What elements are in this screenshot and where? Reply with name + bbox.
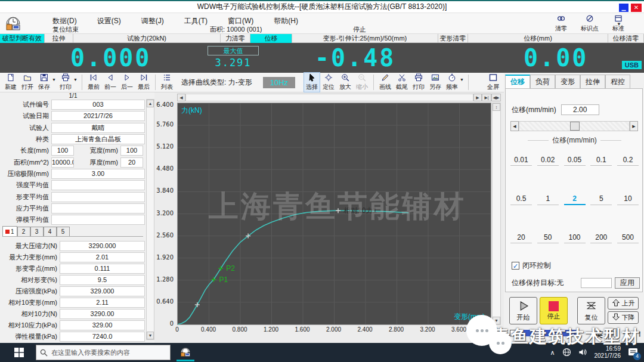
plot-area[interactable]: P1P2相对10力1 上海青鱼节能辅材 力(kN) 变形(mm) bbox=[177, 103, 491, 325]
speed-input[interactable]: 2.00 bbox=[561, 104, 599, 115]
标准-button[interactable]: 标准▼ bbox=[608, 14, 628, 33]
specimen-tab-5[interactable]: 5 bbox=[57, 227, 70, 236]
toolbar-截尾[interactable]: 截尾 bbox=[394, 73, 410, 92]
tab-变形[interactable]: 变形 bbox=[555, 75, 580, 88]
volume-icon[interactable] bbox=[578, 348, 587, 358]
toolbar-频率[interactable]: ▼频率 bbox=[444, 73, 460, 92]
toolbar-前一[interactable]: 前一 bbox=[102, 73, 119, 92]
tab-拉伸[interactable]: 拉伸 bbox=[580, 75, 605, 88]
speed-preset-button-200[interactable]: 200 bbox=[590, 233, 612, 243]
toolbar-最前[interactable]: 最前 bbox=[85, 73, 102, 92]
复位-button[interactable]: 复位 bbox=[577, 297, 605, 324]
action-center-icon[interactable]: 4 bbox=[628, 348, 638, 358]
speed-slider[interactable]: ◀ ▶ bbox=[510, 121, 638, 131]
field-value-input[interactable] bbox=[51, 192, 145, 202]
清零-button[interactable]: 清零 bbox=[551, 14, 571, 33]
停止-button[interactable]: 停止 bbox=[540, 297, 568, 324]
toolbar-保存[interactable]: ▼保存 bbox=[36, 73, 52, 92]
toolbar-另存[interactable]: 另存 bbox=[427, 73, 444, 92]
field-value-input[interactable]: 上海青鱼白晶板 bbox=[51, 134, 145, 144]
network-globe-icon[interactable] bbox=[562, 348, 571, 358]
toolbar-后一[interactable]: 后一 bbox=[119, 73, 135, 92]
menu-item-1[interactable]: 设置(S) bbox=[95, 15, 123, 27]
tab-负荷[interactable]: 负荷 bbox=[530, 75, 555, 88]
menu-item-2[interactable]: 调整(J) bbox=[139, 15, 166, 27]
toolbar-打印[interactable]: 打印 bbox=[410, 73, 427, 92]
chevron-down-icon[interactable]: ▼ bbox=[73, 78, 78, 82]
field-value-input[interactable]: 戴晴 bbox=[51, 123, 145, 133]
specimen-tab-1[interactable]: 1 bbox=[2, 226, 17, 236]
field-value-input[interactable]: 3.00 bbox=[51, 169, 145, 179]
tray-expand-icon[interactable]: ∧ bbox=[550, 349, 555, 357]
toolbar-最后[interactable]: 最后 bbox=[135, 73, 152, 92]
menu-item-5[interactable]: 帮助(H) bbox=[271, 15, 301, 27]
toolbar-打开[interactable]: 打开 bbox=[19, 73, 36, 92]
speed-preset-button-0.2[interactable]: 0.2 bbox=[617, 156, 639, 166]
上升-button[interactable]: 上升 bbox=[608, 297, 639, 310]
toolbar-定位[interactable]: 定位 bbox=[320, 73, 337, 92]
speed-preset-button-0.02[interactable]: 0.02 bbox=[537, 156, 559, 166]
field-value-input[interactable]: 20 bbox=[120, 157, 143, 168]
chevron-down-icon[interactable]: ▼ bbox=[460, 78, 464, 82]
下降-button[interactable]: 下降 bbox=[608, 311, 639, 324]
toolbar-缩小[interactable]: 缩小 bbox=[354, 73, 370, 92]
tab-位移[interactable]: 位移 bbox=[505, 75, 530, 88]
taskbar-search-input[interactable]: 在这里输入你要搜索的内容 bbox=[36, 345, 171, 360]
speed-preset-button-0.1[interactable]: 0.1 bbox=[590, 156, 612, 166]
field-value-input[interactable]: 100 bbox=[120, 146, 143, 156]
apply-button[interactable]: 应用 bbox=[615, 277, 640, 289]
taskbar-app-icon[interactable] bbox=[177, 344, 194, 361]
chart-hscrollbar[interactable]: ◀ ▶ ▶| ◀▶ bbox=[177, 94, 501, 101]
toolbar-放大[interactable]: 放大 bbox=[337, 73, 354, 92]
toolbar-选择[interactable]: 选择 bbox=[304, 72, 320, 92]
toolbar-全屏[interactable]: 全屏 bbox=[485, 73, 501, 92]
speed-preset-button-20[interactable]: 20 bbox=[510, 233, 532, 243]
field-value-input[interactable] bbox=[51, 215, 145, 225]
speed-preset-button-5[interactable]: 5 bbox=[590, 194, 612, 205]
menu-item-3[interactable]: 工具(T) bbox=[182, 15, 210, 27]
speed-preset-button-500[interactable]: 500 bbox=[617, 233, 639, 243]
标识点-button[interactable]: 标识点 bbox=[580, 14, 600, 33]
field-value-input[interactable] bbox=[51, 180, 145, 190]
chevron-down-icon[interactable]: ▼ bbox=[617, 21, 621, 27]
field-value-input[interactable]: 100 bbox=[51, 146, 74, 156]
scroll-left-icon[interactable]: ◀ bbox=[177, 94, 185, 101]
chevron-down-icon[interactable]: ▼ bbox=[52, 78, 56, 82]
speed-preset-button-100[interactable]: 100 bbox=[564, 233, 586, 243]
field-value-input[interactable]: 10000.00 bbox=[51, 157, 74, 168]
toolbar-打印[interactable]: ▼打印 bbox=[57, 73, 74, 92]
minimize-button[interactable]: ▁ bbox=[619, 4, 628, 12]
hscroll-track[interactable] bbox=[185, 94, 473, 101]
specimen-tab-2[interactable]: 2 bbox=[17, 227, 30, 236]
specimen-tab-4[interactable]: 4 bbox=[44, 227, 57, 236]
slider-track[interactable] bbox=[519, 121, 630, 131]
tab-程控[interactable]: 程控 bbox=[605, 75, 630, 88]
field-value-input[interactable]: 2021/7/26 bbox=[51, 111, 145, 121]
toolbar-新建[interactable]: 新建 bbox=[2, 73, 19, 92]
开始-button[interactable]: 开始 bbox=[509, 297, 537, 324]
slider-right-icon[interactable]: ▶ bbox=[630, 121, 638, 131]
chart-vscrollbar[interactable]: ↕ ▼ bbox=[492, 103, 501, 325]
speed-preset-button-0.05[interactable]: 0.05 bbox=[564, 156, 586, 166]
scroll-right-icon[interactable]: ▶ bbox=[473, 94, 482, 101]
hold-target-input[interactable] bbox=[581, 278, 612, 288]
speed-preset-button-2[interactable]: 2 bbox=[564, 194, 586, 205]
scroll-end-icon[interactable]: ▶| bbox=[482, 94, 491, 101]
scroll-fit-icon[interactable]: ◀▶ bbox=[491, 94, 501, 101]
toolbar-画线[interactable]: 画线 bbox=[377, 73, 394, 92]
specimen-tab-3[interactable]: 3 bbox=[30, 227, 44, 236]
close-button[interactable]: ✕ bbox=[631, 4, 642, 12]
speed-preset-button-0.01[interactable]: 0.01 bbox=[510, 156, 532, 166]
closed-loop-checkbox[interactable]: ✓ bbox=[512, 262, 519, 270]
toolbar-列表[interactable]: 列表 bbox=[159, 73, 175, 92]
field-value-input[interactable]: 003 bbox=[51, 100, 145, 110]
windows-start-button[interactable] bbox=[7, 348, 31, 357]
speed-preset-button-50[interactable]: 50 bbox=[537, 233, 559, 243]
speed-preset-button-0.5[interactable]: 0.5 bbox=[510, 194, 532, 205]
field-value-input[interactable] bbox=[51, 203, 145, 214]
slider-left-icon[interactable]: ◀ bbox=[510, 121, 519, 131]
slider-thumb[interactable] bbox=[570, 122, 580, 131]
speed-preset-button-10[interactable]: 10 bbox=[617, 194, 639, 205]
scroll-updown-icon[interactable]: ↕ bbox=[493, 103, 500, 111]
scroll-down-icon[interactable]: ▼ bbox=[147, 332, 154, 339]
